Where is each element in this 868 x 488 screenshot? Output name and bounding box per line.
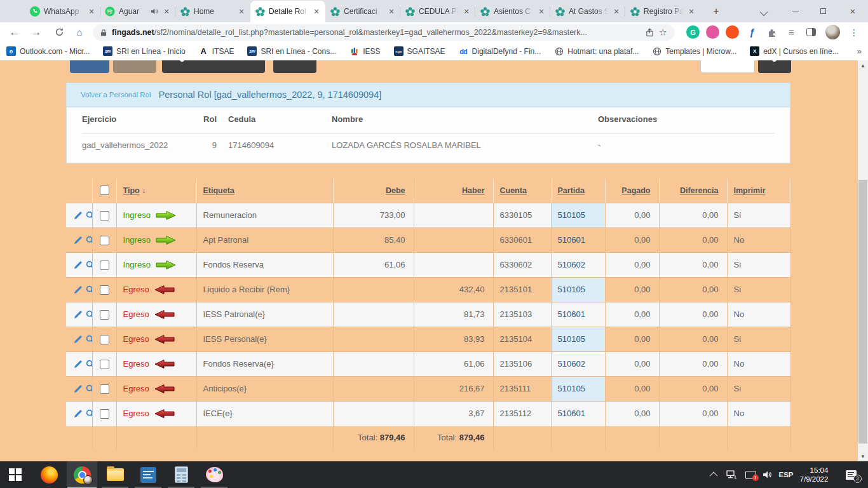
- edit-icon[interactable]: [74, 409, 83, 418]
- row-checkbox[interactable]: [100, 335, 109, 344]
- row-checkbox[interactable]: [100, 236, 109, 245]
- taskbar-calculator-icon[interactable]: [166, 461, 196, 488]
- view-icon[interactable]: [86, 236, 92, 245]
- taskbar-firefox-icon[interactable]: [34, 461, 64, 488]
- edit-icon[interactable]: [74, 384, 83, 393]
- browser-tab-aguar[interactable]: Aguar×: [100, 1, 175, 22]
- tab-close-icon[interactable]: ×: [162, 6, 171, 17]
- row-checkbox[interactable]: [100, 384, 109, 394]
- partida-link[interactable]: 510601: [558, 409, 585, 418]
- tab-close-icon[interactable]: ×: [612, 6, 621, 17]
- edit-icon[interactable]: [74, 261, 83, 269]
- reading-list-icon[interactable]: ≡: [785, 25, 798, 39]
- view-icon[interactable]: [86, 211, 92, 220]
- scrollbar-thumb[interactable]: [858, 180, 867, 444]
- orange-extension-icon[interactable]: [726, 25, 739, 39]
- partida-link[interactable]: 510105: [558, 334, 585, 344]
- edit-icon[interactable]: [74, 236, 83, 245]
- tab-close-icon[interactable]: ×: [312, 6, 321, 17]
- tab-close-icon[interactable]: ×: [387, 6, 396, 17]
- toolbar-button-dark-wide[interactable]: [162, 60, 265, 73]
- clock[interactable]: 15:047/9/2022: [796, 461, 832, 488]
- tab-close-icon[interactable]: ×: [87, 6, 96, 17]
- partida-link[interactable]: 510602: [558, 359, 585, 369]
- column-sort-link[interactable]: Partida: [558, 186, 585, 195]
- browser-menu-icon[interactable]: ⋮: [849, 25, 859, 39]
- address-bar[interactable]: fingads.net/sf2/nomina/detalle_rol_list.…: [93, 24, 675, 41]
- row-checkbox[interactable]: [100, 261, 109, 270]
- view-icon[interactable]: [86, 409, 92, 418]
- scroll-up-icon[interactable]: ▲: [858, 60, 868, 71]
- extensions-puzzle-icon[interactable]: [765, 25, 778, 39]
- taskbar-paint-icon[interactable]: [199, 461, 229, 488]
- column-sort-link[interactable]: Etiqueta: [203, 186, 234, 195]
- bookmark-digitaldefynd-fin-[interactable]: ddDigitalDefynd - Fin...: [459, 46, 541, 56]
- bookmark-iess[interactable]: IESS: [349, 46, 380, 56]
- row-checkbox[interactable]: [100, 409, 109, 419]
- view-icon[interactable]: [86, 261, 92, 269]
- column-sort-link[interactable]: Cuenta: [500, 186, 527, 195]
- browser-tab-detalle-rol[interactable]: Detalle Rol×: [250, 1, 325, 22]
- bookmark-itsae[interactable]: AITSAE: [199, 46, 234, 56]
- scroll-down-icon[interactable]: ▼: [858, 451, 868, 461]
- share-icon[interactable]: [646, 28, 654, 37]
- notification-center-icon[interactable]: 3: [840, 461, 862, 488]
- alert-tray-icon[interactable]: !: [742, 461, 759, 488]
- reload-icon[interactable]: [51, 22, 67, 42]
- home-icon[interactable]: ⌂: [71, 22, 88, 42]
- toolbar-button-tan[interactable]: [113, 60, 156, 73]
- grammarly-extension-icon[interactable]: G: [686, 25, 700, 39]
- edit-icon[interactable]: [74, 360, 83, 369]
- column-sort-link[interactable]: Haber: [462, 186, 484, 195]
- column-sort-link[interactable]: Diferencia: [680, 186, 718, 195]
- toolbar-button-dark[interactable]: [273, 60, 316, 73]
- maximize-button[interactable]: [810, 0, 836, 22]
- tray-expand-icon[interactable]: [708, 461, 721, 488]
- browser-tab-asientos-c[interactable]: Asientos C×: [475, 1, 550, 22]
- tab-search-icon[interactable]: [752, 0, 777, 22]
- taskbar-chrome-icon[interactable]: [67, 461, 97, 488]
- browser-tab-certificaci[interactable]: Certificaci×: [325, 1, 400, 22]
- partida-link[interactable]: 510105: [558, 384, 585, 393]
- network-icon[interactable]: [724, 461, 738, 488]
- bookmark-outlook-com-micr-[interactable]: oOutlook.com - Micr...: [6, 46, 90, 56]
- bookmark-templates-microw-[interactable]: Templates | Microw...: [652, 46, 736, 56]
- forward-icon[interactable]: →: [28, 22, 44, 42]
- tab-close-icon[interactable]: ×: [537, 6, 546, 17]
- blue-extension-icon[interactable]: ƒ: [745, 25, 759, 39]
- column-sort-link[interactable]: Imprimir: [734, 186, 766, 195]
- page-size-select[interactable]: 20: [700, 60, 755, 73]
- browser-tab-registro-pa[interactable]: Registro Pa×: [625, 1, 700, 22]
- pink-extension-icon[interactable]: [706, 25, 719, 39]
- language-indicator[interactable]: ESP: [776, 461, 796, 488]
- view-icon[interactable]: [86, 384, 92, 393]
- back-icon[interactable]: ←: [6, 22, 23, 42]
- bookmark-hotmart-una-plataf-[interactable]: Hotmart: una plataf...: [554, 46, 639, 56]
- bookmarks-overflow-icon[interactable]: »: [857, 42, 862, 60]
- row-checkbox[interactable]: [100, 211, 109, 220]
- toolbar-button-blue[interactable]: [70, 60, 109, 73]
- browser-tab-home[interactable]: Home×: [175, 1, 250, 22]
- tab-close-icon[interactable]: ×: [687, 6, 696, 17]
- minimize-button[interactable]: [783, 0, 808, 22]
- bookmark-sri-en-l-nea-inicio[interactable]: SRISRI en Línea - Inicio: [103, 46, 186, 56]
- view-icon[interactable]: [86, 335, 92, 344]
- profile-avatar[interactable]: [825, 25, 840, 39]
- taskbar-blue-app-icon[interactable]: [133, 461, 163, 488]
- edit-icon[interactable]: [74, 211, 83, 220]
- partida-link[interactable]: 510601: [558, 235, 585, 245]
- partida-link[interactable]: 510601: [558, 309, 585, 319]
- start-button[interactable]: [0, 461, 31, 488]
- column-sort-link[interactable]: Tipo: [123, 186, 140, 195]
- view-icon[interactable]: [86, 360, 92, 369]
- select-all-checkbox[interactable]: [100, 186, 109, 195]
- edit-icon[interactable]: [74, 285, 83, 294]
- tab-close-icon[interactable]: ×: [462, 6, 471, 17]
- row-checkbox[interactable]: [100, 360, 109, 369]
- view-icon[interactable]: [86, 285, 92, 294]
- browser-tab-cedula-pr[interactable]: CEDULA PR×: [400, 1, 475, 22]
- bookmark-sri-en-l-nea-cons-[interactable]: SRISRI en Línea - Cons...: [247, 46, 336, 56]
- new-tab-button[interactable]: +: [709, 4, 723, 18]
- column-sort-link[interactable]: Pagado: [621, 186, 650, 195]
- partida-link[interactable]: 510602: [558, 260, 585, 269]
